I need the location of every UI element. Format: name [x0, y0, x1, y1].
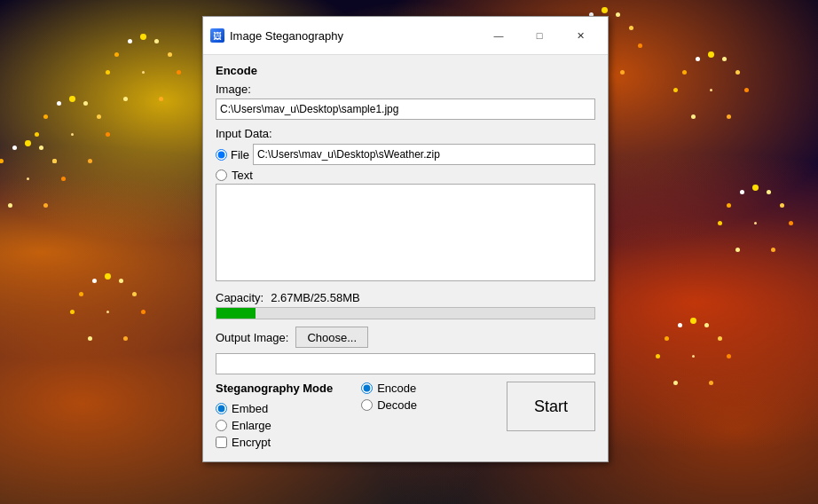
encode-radio[interactable] [361, 382, 373, 394]
encrypt-checkbox[interactable] [216, 437, 227, 448]
decode-radio[interactable] [361, 399, 373, 411]
decode-radio-row: Decode [361, 398, 417, 412]
progress-bar-fill [216, 308, 256, 319]
output-path-input[interactable] [216, 353, 595, 374]
encode-decode-box: Encode Decode [361, 382, 417, 412]
app-icon: 🖼 [210, 28, 224, 43]
app-window: 🖼 Image Steganography — □ ✕ Encode Image… [202, 16, 609, 462]
bottom-section: Steganography Mode Embed Enlarge Encrypt [216, 382, 595, 449]
maximize-button[interactable]: □ [519, 22, 560, 49]
capacity-label: Capacity: [216, 291, 263, 304]
title-bar: 🖼 Image Steganography — □ ✕ [203, 17, 608, 55]
file-path-input[interactable] [253, 144, 595, 165]
enlarge-radio-row: Enlarge [216, 419, 333, 432]
file-radio-row: File [216, 144, 595, 165]
enlarge-label[interactable]: Enlarge [232, 419, 271, 432]
output-path-row [216, 353, 595, 374]
embed-radio[interactable] [216, 403, 227, 414]
choose-output-button[interactable]: Choose... [295, 327, 368, 348]
capacity-row: Capacity: 2.67MB/25.58MB [216, 291, 595, 304]
sparkle-1 [71, 133, 74, 136]
output-image-row: Output Image: Choose... [216, 327, 595, 348]
embed-label[interactable]: Embed [232, 402, 268, 415]
minimize-button[interactable]: — [478, 22, 519, 49]
embed-radio-row: Embed [216, 402, 333, 415]
file-radio-label[interactable]: File [231, 148, 249, 161]
output-image-label: Output Image: [216, 331, 288, 344]
text-input-area[interactable] [216, 184, 595, 281]
text-radio-row: Text [216, 169, 595, 182]
start-button[interactable]: Start [507, 382, 595, 431]
text-radio-label[interactable]: Text [232, 169, 253, 182]
close-button[interactable]: ✕ [560, 22, 601, 49]
file-radio[interactable] [216, 149, 227, 161]
text-radio[interactable] [216, 169, 227, 181]
encrypt-label[interactable]: Encrypt [232, 436, 271, 449]
sparkle-5 [710, 89, 712, 91]
encode-mode-label[interactable]: Encode [377, 382, 416, 395]
sparkle-3 [27, 177, 29, 180]
decode-mode-label[interactable]: Decode [377, 398, 417, 412]
window-controls: — □ ✕ [478, 22, 601, 49]
input-data-label: Input Data: [216, 127, 272, 140]
steganography-mode-box: Steganography Mode Embed Enlarge Encrypt [216, 382, 333, 449]
enlarge-radio[interactable] [216, 420, 227, 431]
encode-radio-row: Encode [361, 382, 417, 395]
encrypt-checkbox-row: Encrypt [216, 436, 333, 449]
window-title: Image Steganography [230, 29, 478, 43]
capacity-value: 2.67MB/25.58MB [271, 291, 359, 304]
sparkle-7 [692, 355, 695, 358]
sparkle-6 [754, 222, 757, 224]
encode-section-label: Encode [216, 64, 595, 77]
image-field-label: Image: [216, 83, 595, 96]
sparkle-2 [142, 71, 145, 74]
steg-mode-label: Steganography Mode [216, 382, 333, 395]
sparkle-4 [106, 311, 109, 313]
progress-bar [216, 307, 595, 319]
window-content: Encode Image: Input Data: File Text Capa… [203, 55, 608, 461]
image-path-input[interactable] [216, 98, 595, 120]
